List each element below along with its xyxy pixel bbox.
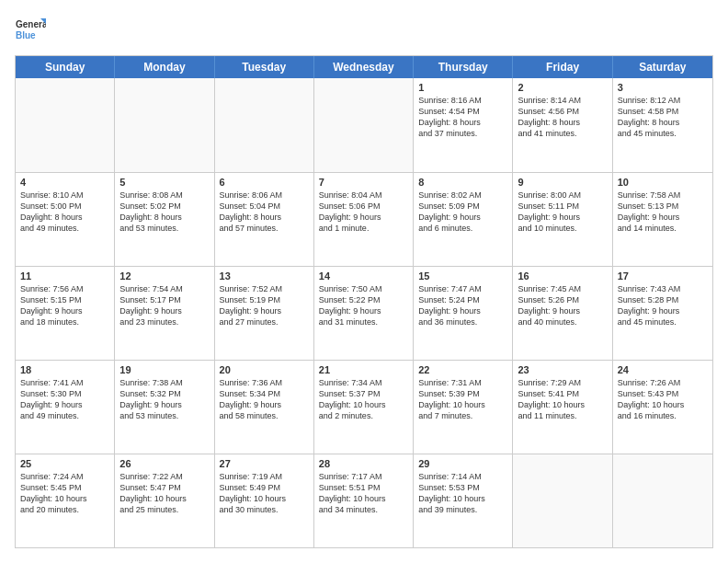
cell-info: Sunrise: 7:43 AM Sunset: 5:28 PM Dayligh…: [618, 283, 708, 328]
calendar-cell: 24Sunrise: 7:26 AM Sunset: 5:43 PM Dayli…: [613, 361, 712, 454]
day-number: 4: [20, 177, 109, 188]
calendar-row: 18Sunrise: 7:41 AM Sunset: 5:30 PM Dayli…: [16, 360, 712, 454]
day-number: 28: [319, 458, 408, 469]
cell-info: Sunrise: 7:36 AM Sunset: 5:34 PM Dayligh…: [220, 377, 309, 422]
day-number: 13: [220, 270, 309, 282]
cell-info: Sunrise: 7:24 AM Sunset: 5:45 PM Dayligh…: [20, 471, 109, 516]
calendar-cell: 27Sunrise: 7:19 AM Sunset: 5:49 PM Dayli…: [215, 454, 314, 547]
cell-info: Sunrise: 7:26 AM Sunset: 5:43 PM Dayligh…: [618, 377, 708, 422]
calendar-cell: 21Sunrise: 7:34 AM Sunset: 5:37 PM Dayli…: [314, 361, 414, 454]
calendar-cell: 7Sunrise: 8:04 AM Sunset: 5:06 PM Daylig…: [314, 173, 414, 266]
calendar-cell: 10Sunrise: 7:58 AM Sunset: 5:13 PM Dayli…: [613, 173, 712, 266]
day-number: 1: [418, 82, 507, 93]
calendar-cell: 22Sunrise: 7:31 AM Sunset: 5:39 PM Dayli…: [414, 361, 513, 454]
day-number: 29: [418, 458, 507, 469]
day-number: 18: [20, 364, 109, 375]
cell-info: Sunrise: 7:31 AM Sunset: 5:39 PM Dayligh…: [418, 377, 507, 422]
day-number: 19: [119, 364, 209, 375]
cell-info: Sunrise: 7:14 AM Sunset: 5:53 PM Dayligh…: [418, 471, 507, 516]
day-number: 22: [418, 364, 507, 375]
calendar-cell: [513, 454, 612, 547]
cell-info: Sunrise: 7:38 AM Sunset: 5:32 PM Dayligh…: [119, 377, 209, 422]
calendar-cell: 11Sunrise: 7:56 AM Sunset: 5:15 PM Dayli…: [16, 267, 115, 360]
calendar-header: SundayMondayTuesdayWednesdayThursdayFrid…: [16, 56, 712, 78]
cell-info: Sunrise: 7:50 AM Sunset: 5:22 PM Dayligh…: [319, 283, 408, 328]
cell-info: Sunrise: 8:08 AM Sunset: 5:02 PM Dayligh…: [119, 190, 209, 235]
calendar-cell: 25Sunrise: 7:24 AM Sunset: 5:45 PM Dayli…: [16, 454, 115, 547]
calendar-cell: 15Sunrise: 7:47 AM Sunset: 5:24 PM Dayli…: [414, 267, 513, 360]
calendar-cell: 28Sunrise: 7:17 AM Sunset: 5:51 PM Dayli…: [314, 454, 414, 547]
cell-info: Sunrise: 7:47 AM Sunset: 5:24 PM Dayligh…: [418, 283, 507, 328]
calendar-row: 4Sunrise: 8:10 AM Sunset: 5:00 PM Daylig…: [16, 172, 712, 266]
weekday-header: Sunday: [16, 56, 115, 78]
cell-info: Sunrise: 7:54 AM Sunset: 5:17 PM Dayligh…: [119, 283, 209, 328]
cell-info: Sunrise: 8:02 AM Sunset: 5:09 PM Dayligh…: [418, 190, 507, 235]
day-number: 15: [418, 270, 507, 282]
calendar-cell: 20Sunrise: 7:36 AM Sunset: 5:34 PM Dayli…: [215, 361, 314, 454]
calendar-cell: 18Sunrise: 7:41 AM Sunset: 5:30 PM Dayli…: [16, 361, 115, 454]
calendar: SundayMondayTuesdayWednesdayThursdayFrid…: [15, 55, 713, 548]
day-number: 25: [20, 458, 109, 469]
svg-text:Blue: Blue: [16, 30, 36, 40]
cell-info: Sunrise: 8:06 AM Sunset: 5:04 PM Dayligh…: [220, 190, 309, 235]
logo: General Blue: [15, 15, 46, 46]
calendar-cell: 14Sunrise: 7:50 AM Sunset: 5:22 PM Dayli…: [314, 267, 414, 360]
day-number: 26: [119, 458, 209, 469]
day-number: 12: [119, 270, 209, 282]
cell-info: Sunrise: 8:00 AM Sunset: 5:11 PM Dayligh…: [518, 190, 607, 235]
calendar-row: 11Sunrise: 7:56 AM Sunset: 5:15 PM Dayli…: [16, 266, 712, 360]
calendar-row: 25Sunrise: 7:24 AM Sunset: 5:45 PM Dayli…: [16, 454, 712, 547]
day-number: 8: [418, 177, 507, 188]
cell-info: Sunrise: 8:04 AM Sunset: 5:06 PM Dayligh…: [319, 190, 408, 235]
calendar-cell: 9Sunrise: 8:00 AM Sunset: 5:11 PM Daylig…: [513, 173, 612, 266]
calendar-cell: [215, 78, 314, 172]
day-number: 9: [518, 177, 607, 188]
calendar-cell: 16Sunrise: 7:45 AM Sunset: 5:26 PM Dayli…: [513, 267, 612, 360]
day-number: 14: [319, 270, 408, 282]
weekday-header: Tuesday: [215, 56, 314, 78]
day-number: 2: [518, 82, 607, 93]
calendar-cell: [16, 78, 115, 172]
cell-info: Sunrise: 7:41 AM Sunset: 5:30 PM Dayligh…: [20, 377, 109, 422]
cell-info: Sunrise: 7:34 AM Sunset: 5:37 PM Dayligh…: [319, 377, 408, 422]
svg-text:General: General: [16, 19, 46, 29]
calendar-row: 1Sunrise: 8:16 AM Sunset: 4:54 PM Daylig…: [16, 78, 712, 172]
calendar-cell: [314, 78, 414, 172]
day-number: 11: [20, 270, 109, 282]
page: General Blue SundayMondayTuesdayWednesda…: [0, 0, 728, 563]
weekday-header: Monday: [115, 56, 214, 78]
calendar-cell: 5Sunrise: 8:08 AM Sunset: 5:02 PM Daylig…: [115, 173, 214, 266]
day-number: 20: [220, 364, 309, 375]
cell-info: Sunrise: 8:16 AM Sunset: 4:54 PM Dayligh…: [418, 95, 507, 140]
calendar-cell: 6Sunrise: 8:06 AM Sunset: 5:04 PM Daylig…: [215, 173, 314, 266]
day-number: 10: [618, 177, 708, 188]
day-number: 21: [319, 364, 408, 375]
calendar-cell: [115, 78, 214, 172]
cell-info: Sunrise: 8:10 AM Sunset: 5:00 PM Dayligh…: [20, 190, 109, 235]
calendar-body: 1Sunrise: 8:16 AM Sunset: 4:54 PM Daylig…: [16, 78, 712, 547]
cell-info: Sunrise: 7:17 AM Sunset: 5:51 PM Dayligh…: [319, 471, 408, 516]
day-number: 27: [220, 458, 309, 469]
weekday-header: Thursday: [414, 56, 513, 78]
day-number: 6: [220, 177, 309, 188]
calendar-cell: 3Sunrise: 8:12 AM Sunset: 4:58 PM Daylig…: [613, 78, 712, 172]
cell-info: Sunrise: 8:12 AM Sunset: 4:58 PM Dayligh…: [618, 95, 708, 140]
weekday-header: Friday: [513, 56, 612, 78]
logo-svg: General Blue: [15, 15, 46, 46]
weekday-header: Wednesday: [314, 56, 414, 78]
calendar-cell: 29Sunrise: 7:14 AM Sunset: 5:53 PM Dayli…: [414, 454, 513, 547]
header: General Blue: [15, 15, 713, 46]
cell-info: Sunrise: 7:22 AM Sunset: 5:47 PM Dayligh…: [119, 471, 209, 516]
calendar-cell: 2Sunrise: 8:14 AM Sunset: 4:56 PM Daylig…: [513, 78, 612, 172]
calendar-cell: 1Sunrise: 8:16 AM Sunset: 4:54 PM Daylig…: [414, 78, 513, 172]
calendar-cell: 23Sunrise: 7:29 AM Sunset: 5:41 PM Dayli…: [513, 361, 612, 454]
day-number: 24: [618, 364, 708, 375]
calendar-cell: 4Sunrise: 8:10 AM Sunset: 5:00 PM Daylig…: [16, 173, 115, 266]
cell-info: Sunrise: 7:56 AM Sunset: 5:15 PM Dayligh…: [20, 283, 109, 328]
calendar-cell: 19Sunrise: 7:38 AM Sunset: 5:32 PM Dayli…: [115, 361, 214, 454]
cell-info: Sunrise: 8:14 AM Sunset: 4:56 PM Dayligh…: [518, 95, 607, 140]
day-number: 5: [119, 177, 209, 188]
cell-info: Sunrise: 7:58 AM Sunset: 5:13 PM Dayligh…: [618, 190, 708, 235]
calendar-cell: [613, 454, 712, 547]
weekday-header: Saturday: [613, 56, 712, 78]
